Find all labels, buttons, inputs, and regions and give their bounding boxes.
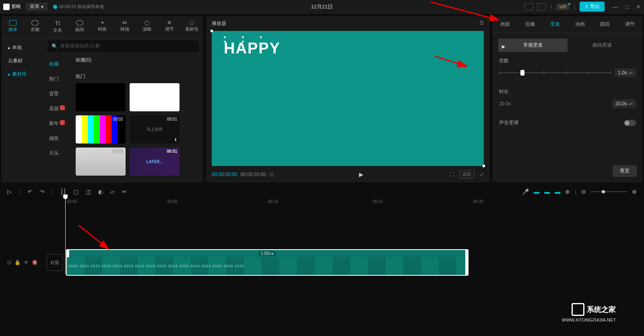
stepper-icon[interactable]: ▴▾ <box>629 102 633 106</box>
download-icon[interactable]: ⬇ <box>174 137 177 142</box>
reset-button[interactable]: 重置 <box>613 165 637 177</box>
redo-button[interactable]: ↷ <box>40 188 45 195</box>
fullscreen-icon[interactable]: ⛶ <box>449 172 454 177</box>
tool-4[interactable]: ◐ <box>98 188 103 195</box>
tab-audio[interactable]: 音频 <box>24 18 47 35</box>
sub-newyear[interactable]: 新年 <box>47 116 73 131</box>
audio-icon <box>31 20 39 26</box>
tab-adjust[interactable]: 调节 <box>617 16 642 33</box>
lock-icon[interactable]: 🔒 <box>14 260 21 265</box>
side-library[interactable]: ▸素材库 <box>2 68 43 81</box>
video-clip[interactable]: 1.00x ▸ 2023 2023 2023 2023 2023 2023 20… <box>66 249 469 276</box>
tab-track[interactable]: 跟踪 <box>592 16 617 33</box>
tab-speed[interactable]: 变速 <box>543 16 568 33</box>
pitch-toggle[interactable] <box>624 120 636 126</box>
player-viewport[interactable]: ♥ ♥ ♥ ♥ ♥ HAPPY <box>212 31 484 166</box>
player-menu-icon[interactable]: ☰ <box>479 20 484 27</box>
tool-3[interactable]: ◫ <box>86 188 91 195</box>
duration-value[interactable]: 20.0s▴▾ <box>612 99 636 108</box>
eye-icon[interactable]: 👁 <box>24 260 29 265</box>
zoom-in[interactable]: ⊕ <box>632 188 637 195</box>
select-tool[interactable]: ▷ <box>7 188 12 195</box>
tab-text[interactable]: TI文本 <box>46 18 69 35</box>
play-button[interactable]: ▶ <box>277 171 446 178</box>
preview-icon[interactable]: ▬ <box>555 188 560 195</box>
check-icon <box>53 5 57 9</box>
list-icon[interactable]: ▤ <box>269 172 274 177</box>
expand-icon[interactable]: ⤢ <box>480 172 484 177</box>
zoom-out[interactable]: ⊖ <box>581 188 586 195</box>
tab-filter[interactable]: ◯滤镜 <box>136 18 158 35</box>
clip-frames: 2023 2023 2023 2023 2023 2023 2023 2023 … <box>67 257 468 275</box>
clip-speed-label: 1.00x ▸ <box>258 251 276 256</box>
crop-tool[interactable]: ✂ <box>122 188 127 195</box>
tab-sticker[interactable]: 贴纸 <box>69 18 91 35</box>
thumb-item[interactable]: 00:01LATER... <box>130 148 180 176</box>
link-icon[interactable]: ▬ <box>544 188 550 195</box>
tab-picture[interactable]: 画面 <box>493 16 518 33</box>
menu-button[interactable]: 菜单 ▾ <box>26 2 47 11</box>
tab-assets[interactable]: ▢素材包 <box>181 18 203 35</box>
vip-badge[interactable]: VIP <box>556 4 570 10</box>
player-panel: 播放器 ☰ ♥ ♥ ♥ ♥ ♥ HAPPY 00:00:00:00 00:00:… <box>206 16 489 182</box>
speed-section: 倍数 1.0x▴▾ <box>493 52 642 83</box>
transition-icon: ⋈ <box>122 20 127 25</box>
sub-bg[interactable]: 背景 <box>47 86 73 101</box>
watermark: 系统之家 <box>572 303 616 316</box>
clip-handle-right[interactable] <box>465 250 469 275</box>
layout-icon-1[interactable] <box>524 3 533 10</box>
cover-button[interactable]: 封面 <box>47 254 63 271</box>
collapse-icon[interactable]: ⊡ <box>7 260 11 265</box>
hearts-decoration: ♥ ♥ ♥ ♥ ♥ <box>224 35 281 44</box>
sub-hot[interactable]: 热门 <box>47 72 73 86</box>
stepper-icon[interactable]: ▴▾ <box>629 71 633 75</box>
minimize-button[interactable]: — <box>613 4 618 10</box>
thumb-item[interactable] <box>130 83 180 111</box>
tab-audio[interactable]: 音频 <box>518 16 543 33</box>
delete-tool[interactable]: ▢ <box>73 188 78 195</box>
side-local[interactable]: ▸本地 <box>2 41 43 54</box>
close-button[interactable]: ✕ <box>636 4 641 10</box>
tab-effects[interactable]: ✦特效 <box>91 18 114 35</box>
sub-xmas[interactable]: 圣诞 <box>47 101 73 116</box>
sub-funny[interactable]: 搞笑 <box>47 131 73 146</box>
duration-row: 20.0s 20.0s▴▾ <box>499 99 636 108</box>
align-icon[interactable]: ⊕ <box>565 188 570 195</box>
speed-normal[interactable]: 常规变速 <box>498 39 568 52</box>
side-cloud[interactable]: 云素材 <box>2 54 43 68</box>
current-time: 00:00:00:00 <box>212 172 237 177</box>
split-tool[interactable]: ⎮⎮ <box>60 188 66 195</box>
slider-thumb[interactable] <box>520 70 524 76</box>
thumb-item[interactable]: 00:01马上安排⬇ <box>130 115 180 143</box>
tab-animation[interactable]: 动画 <box>568 16 592 33</box>
autosave-status: 16:09:22 自动保存本地 <box>53 4 104 10</box>
sub-favorite[interactable]: 收藏 <box>47 57 73 72</box>
speed-mode-tabs: 常规变速 曲线变速 <box>493 33 642 52</box>
tab-transition[interactable]: ⋈转场 <box>114 18 136 35</box>
speed-value[interactable]: 1.0x▴▾ <box>615 68 636 77</box>
tab-media[interactable]: 媒体 <box>2 18 24 35</box>
properties-panel: 画面 音频 变速 动画 跟踪 调节 常规变速 曲线变速 倍数 <box>493 16 642 182</box>
thumb-item[interactable]: 00:02 <box>76 115 126 143</box>
export-button[interactable]: ⇧ 导出 <box>580 2 605 12</box>
thumb-item[interactable]: 00:00 <box>76 148 126 176</box>
ratio-button[interactable]: 适应 <box>460 170 474 178</box>
maximize-button[interactable]: □ <box>625 4 629 10</box>
speed-curve[interactable]: 曲线变速 <box>568 39 637 52</box>
zoom-slider[interactable] <box>591 191 627 192</box>
sub-intro[interactable]: 片头 <box>47 146 73 161</box>
mic-icon[interactable]: 🎤 <box>522 188 529 195</box>
layout-icon-2[interactable] <box>537 3 546 10</box>
search-input[interactable]: 🔍 搜索视频场景/元素 <box>47 40 199 52</box>
tool-5[interactable]: ▱ <box>110 188 115 195</box>
new-badge <box>60 120 65 125</box>
project-title[interactable]: 12月21日 <box>311 3 333 10</box>
timeline-ruler[interactable]: 00:00 00:05 00:10 00:15 00:20 <box>67 199 640 207</box>
mute-icon[interactable]: 🔇 <box>32 260 38 265</box>
tab-adjust[interactable]: ⚙调节 <box>158 18 181 35</box>
speed-slider[interactable] <box>499 72 611 73</box>
playhead[interactable] <box>65 198 66 274</box>
magnet-icon[interactable]: ▬ <box>534 188 539 195</box>
undo-button[interactable]: ↶ <box>28 188 33 195</box>
thumb-item[interactable] <box>76 83 126 111</box>
